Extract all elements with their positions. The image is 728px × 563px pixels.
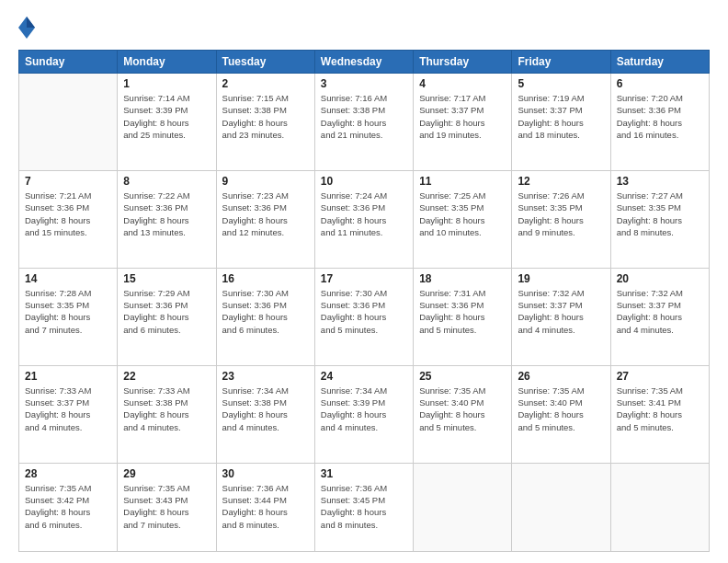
day-info: Sunrise: 7:33 AM Sunset: 3:37 PM Dayligh…	[25, 385, 111, 433]
calendar-table: SundayMondayTuesdayWednesdayThursdayFrid…	[18, 50, 710, 552]
calendar-cell: 25Sunrise: 7:35 AM Sunset: 3:40 PM Dayli…	[414, 365, 512, 463]
day-number: 2	[222, 77, 309, 90]
week-row-3: 14Sunrise: 7:28 AM Sunset: 3:35 PM Dayli…	[19, 268, 710, 365]
day-number: 10	[321, 175, 407, 188]
day-number: 14	[25, 272, 111, 285]
day-number: 19	[518, 272, 604, 285]
day-info: Sunrise: 7:35 AM Sunset: 3:42 PM Dayligh…	[25, 482, 111, 531]
day-number: 25	[419, 370, 506, 383]
logo	[18, 15, 37, 40]
header-friday: Friday	[512, 51, 610, 74]
day-number: 24	[321, 370, 407, 383]
calendar-cell	[512, 463, 610, 551]
calendar-cell: 20Sunrise: 7:32 AM Sunset: 3:37 PM Dayli…	[610, 268, 709, 365]
calendar-cell: 11Sunrise: 7:25 AM Sunset: 3:35 PM Dayli…	[414, 170, 512, 268]
day-number: 26	[518, 370, 604, 383]
header-monday: Monday	[118, 51, 216, 74]
day-info: Sunrise: 7:14 AM Sunset: 3:39 PM Dayligh…	[123, 92, 210, 141]
day-number: 5	[518, 77, 604, 90]
day-number: 30	[222, 467, 309, 480]
day-number: 13	[617, 175, 703, 188]
calendar-cell	[610, 463, 709, 551]
calendar-cell: 28Sunrise: 7:35 AM Sunset: 3:42 PM Dayli…	[19, 463, 118, 551]
calendar-cell: 24Sunrise: 7:34 AM Sunset: 3:39 PM Dayli…	[314, 365, 413, 463]
day-info: Sunrise: 7:16 AM Sunset: 3:38 PM Dayligh…	[321, 92, 407, 141]
calendar-cell: 31Sunrise: 7:36 AM Sunset: 3:45 PM Dayli…	[314, 463, 413, 551]
header-thursday: Thursday	[414, 51, 512, 74]
calendar-cell: 4Sunrise: 7:17 AM Sunset: 3:37 PM Daylig…	[414, 74, 512, 171]
calendar-cell: 17Sunrise: 7:30 AM Sunset: 3:36 PM Dayli…	[314, 268, 413, 365]
day-number: 28	[25, 467, 111, 480]
calendar-cell: 22Sunrise: 7:33 AM Sunset: 3:38 PM Dayli…	[118, 365, 216, 463]
day-info: Sunrise: 7:20 AM Sunset: 3:36 PM Dayligh…	[617, 92, 703, 141]
header-saturday: Saturday	[610, 51, 709, 74]
calendar-cell: 21Sunrise: 7:33 AM Sunset: 3:37 PM Dayli…	[19, 365, 118, 463]
day-number: 21	[25, 370, 111, 383]
calendar-cell	[19, 74, 118, 171]
calendar-cell: 19Sunrise: 7:32 AM Sunset: 3:37 PM Dayli…	[512, 268, 610, 365]
calendar-cell: 3Sunrise: 7:16 AM Sunset: 3:38 PM Daylig…	[314, 74, 413, 171]
day-number: 6	[617, 77, 703, 90]
calendar-cell: 7Sunrise: 7:21 AM Sunset: 3:36 PM Daylig…	[19, 170, 118, 268]
day-info: Sunrise: 7:32 AM Sunset: 3:37 PM Dayligh…	[617, 287, 703, 336]
calendar-cell	[414, 463, 512, 551]
day-number: 1	[123, 77, 210, 90]
day-number: 27	[617, 370, 703, 383]
day-number: 22	[123, 370, 210, 383]
calendar-header-row: SundayMondayTuesdayWednesdayThursdayFrid…	[19, 51, 710, 74]
day-number: 20	[617, 272, 703, 285]
day-info: Sunrise: 7:33 AM Sunset: 3:38 PM Dayligh…	[123, 385, 210, 433]
day-info: Sunrise: 7:23 AM Sunset: 3:36 PM Dayligh…	[222, 190, 309, 238]
day-info: Sunrise: 7:35 AM Sunset: 3:40 PM Dayligh…	[419, 385, 506, 433]
day-info: Sunrise: 7:17 AM Sunset: 3:37 PM Dayligh…	[419, 92, 506, 141]
calendar-cell: 13Sunrise: 7:27 AM Sunset: 3:35 PM Dayli…	[610, 170, 709, 268]
calendar-cell: 18Sunrise: 7:31 AM Sunset: 3:36 PM Dayli…	[414, 268, 512, 365]
day-number: 11	[419, 175, 506, 188]
day-info: Sunrise: 7:24 AM Sunset: 3:36 PM Dayligh…	[321, 190, 407, 238]
day-info: Sunrise: 7:34 AM Sunset: 3:39 PM Dayligh…	[321, 385, 407, 433]
day-number: 17	[321, 272, 407, 285]
day-info: Sunrise: 7:21 AM Sunset: 3:36 PM Dayligh…	[25, 190, 111, 238]
day-number: 15	[123, 272, 210, 285]
calendar-cell: 12Sunrise: 7:26 AM Sunset: 3:35 PM Dayli…	[512, 170, 610, 268]
page: SundayMondayTuesdayWednesdayThursdayFrid…	[0, 0, 728, 563]
day-info: Sunrise: 7:36 AM Sunset: 3:45 PM Dayligh…	[321, 482, 407, 531]
calendar-cell: 26Sunrise: 7:35 AM Sunset: 3:40 PM Dayli…	[512, 365, 610, 463]
day-info: Sunrise: 7:35 AM Sunset: 3:40 PM Dayligh…	[518, 385, 604, 433]
calendar-cell: 15Sunrise: 7:29 AM Sunset: 3:36 PM Dayli…	[118, 268, 216, 365]
day-number: 23	[222, 370, 309, 383]
calendar-cell: 9Sunrise: 7:23 AM Sunset: 3:36 PM Daylig…	[216, 170, 314, 268]
day-info: Sunrise: 7:26 AM Sunset: 3:35 PM Dayligh…	[518, 190, 604, 238]
day-number: 9	[222, 175, 309, 188]
day-info: Sunrise: 7:22 AM Sunset: 3:36 PM Dayligh…	[123, 190, 210, 238]
day-info: Sunrise: 7:30 AM Sunset: 3:36 PM Dayligh…	[321, 287, 407, 336]
day-info: Sunrise: 7:31 AM Sunset: 3:36 PM Dayligh…	[419, 287, 506, 336]
header-tuesday: Tuesday	[216, 51, 314, 74]
calendar-cell: 14Sunrise: 7:28 AM Sunset: 3:35 PM Dayli…	[19, 268, 118, 365]
calendar-cell: 1Sunrise: 7:14 AM Sunset: 3:39 PM Daylig…	[118, 74, 216, 171]
day-info: Sunrise: 7:27 AM Sunset: 3:35 PM Dayligh…	[617, 190, 703, 238]
day-info: Sunrise: 7:25 AM Sunset: 3:35 PM Dayligh…	[419, 190, 506, 238]
day-info: Sunrise: 7:36 AM Sunset: 3:44 PM Dayligh…	[222, 482, 309, 531]
calendar-cell: 6Sunrise: 7:20 AM Sunset: 3:36 PM Daylig…	[610, 74, 709, 171]
day-info: Sunrise: 7:35 AM Sunset: 3:41 PM Dayligh…	[617, 385, 703, 433]
day-number: 3	[321, 77, 407, 90]
day-info: Sunrise: 7:19 AM Sunset: 3:37 PM Dayligh…	[518, 92, 604, 141]
day-number: 8	[123, 175, 210, 188]
day-number: 16	[222, 272, 309, 285]
calendar-cell: 30Sunrise: 7:36 AM Sunset: 3:44 PM Dayli…	[216, 463, 314, 551]
calendar-cell: 8Sunrise: 7:22 AM Sunset: 3:36 PM Daylig…	[118, 170, 216, 268]
day-number: 12	[518, 175, 604, 188]
header	[18, 15, 710, 40]
calendar-cell: 29Sunrise: 7:35 AM Sunset: 3:43 PM Dayli…	[118, 463, 216, 551]
week-row-1: 1Sunrise: 7:14 AM Sunset: 3:39 PM Daylig…	[19, 74, 710, 171]
day-info: Sunrise: 7:32 AM Sunset: 3:37 PM Dayligh…	[518, 287, 604, 336]
day-number: 29	[123, 467, 210, 480]
calendar-cell: 2Sunrise: 7:15 AM Sunset: 3:38 PM Daylig…	[216, 74, 314, 171]
header-wednesday: Wednesday	[314, 51, 413, 74]
calendar-cell: 5Sunrise: 7:19 AM Sunset: 3:37 PM Daylig…	[512, 74, 610, 171]
day-info: Sunrise: 7:35 AM Sunset: 3:43 PM Dayligh…	[123, 482, 210, 531]
day-info: Sunrise: 7:34 AM Sunset: 3:38 PM Dayligh…	[222, 385, 309, 433]
calendar-cell: 27Sunrise: 7:35 AM Sunset: 3:41 PM Dayli…	[610, 365, 709, 463]
calendar-cell: 10Sunrise: 7:24 AM Sunset: 3:36 PM Dayli…	[314, 170, 413, 268]
